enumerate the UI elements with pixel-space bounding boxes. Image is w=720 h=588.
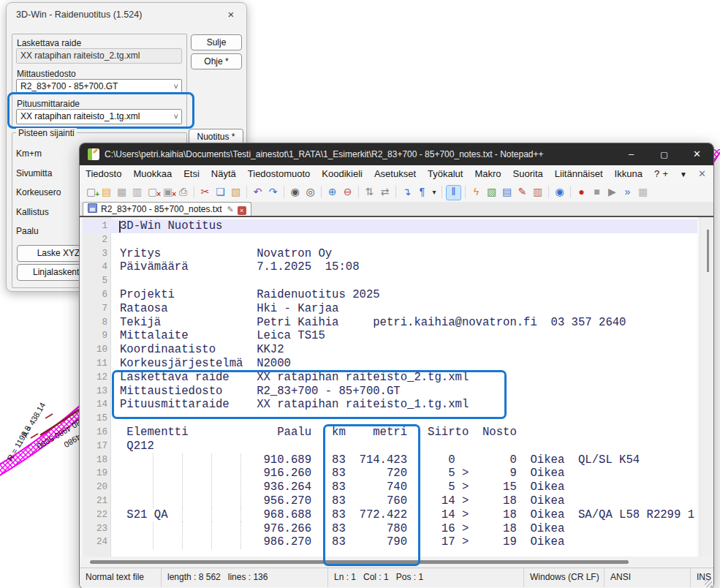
editor-line: 12Laskettava raide XX ratapihan raiteist… [83,371,697,385]
menu-ikkuna[interactable]: Ikkuna [609,165,648,179]
redo-icon[interactable]: ↷ [266,185,280,199]
macro-save-icon[interactable]: ▦ [636,185,650,199]
macro-record-icon[interactable]: ● [575,185,588,199]
status-field-2: Ln : 1 Col : 1 Pos : 1 [328,568,524,587]
point-field-label-paalu: Paalu [16,226,39,236]
editor-area[interactable]: 13D-Win Nuotitus23Yritys Novatron Oy4Päi… [83,217,697,557]
vertical-scrollbar[interactable] [700,217,713,557]
document-map-icon[interactable]: ▧ [485,185,499,199]
line-number: 10 [83,343,111,357]
close-button[interactable]: ✕ [681,143,713,165]
menu-suorita[interactable]: Suorita [507,165,549,179]
menu-etsi[interactable]: Etsi [178,165,205,179]
macro-stop-icon[interactable]: ■ [590,185,604,199]
menu-muokkaa[interactable]: Muokkaa [127,165,178,179]
replace-icon[interactable]: ◎ [303,185,317,199]
folder-workspace-icon[interactable]: ▥ [531,185,545,199]
line-number: 3 [83,247,111,261]
tab-active[interactable]: R2_83+700 - 85+700_notes.txt✎× [83,202,251,216]
line-text: Päivämäärä 7.1.2025 15:08 [111,260,360,274]
file-monitoring-icon[interactable]: ◉ [553,185,566,199]
new-file-icon[interactable]: ▢+ [84,185,98,199]
minimize-button[interactable]: – [615,143,648,165]
line-text: Mittaustiedosto R2_83+700 - 85+700.GT [111,385,401,399]
show-symbols-icon[interactable]: ¶ [415,185,429,199]
pin-icon[interactable]: ✎ [227,205,233,214]
zoom-in-icon[interactable]: ⊕ [325,185,339,199]
line-text: Koordinaatisto KKJ2 [111,343,284,357]
dialog-close-icon[interactable]: × [223,7,239,23]
undo-icon[interactable]: ↶ [251,185,265,199]
print-icon[interactable]: ⎙ [176,185,190,199]
mittaustiedosto-combobox[interactable]: R2_83+700 - 85+700.GT ˅ [16,79,182,94]
document-list-icon[interactable]: ▤ [500,185,514,199]
line-text: Projekti Raidenuotitus 2025 [111,288,380,302]
ohje-button[interactable]: Ohje * [191,53,242,69]
save-all-icon[interactable]: ▥ [130,185,144,199]
toolbar-separator [321,186,322,198]
menu-tiedosto[interactable]: Tiedosto [80,165,127,179]
maximize-button[interactable]: ▢ [648,143,681,165]
find-icon[interactable]: ◉ [288,185,302,199]
menu-koodikieli[interactable]: Koodikieli [316,165,368,179]
paste-icon[interactable]: ▧ [229,185,243,199]
line-number: 23 [83,522,111,536]
zoom-out-icon[interactable]: ⊖ [341,185,355,199]
toolbar-separator [570,186,571,198]
tab-label: R2_83+700 - 85+700_notes.txt [101,204,221,214]
line-text [111,233,120,247]
menu-ty-kalut[interactable]: Työkalut [422,165,469,179]
copy-icon[interactable]: ❏ [213,185,227,199]
menu-makro[interactable]: Makro [469,165,507,179]
line-text: Yritys Novatron Oy [111,247,332,261]
macro-edit-icon[interactable]: ✎ [515,185,529,199]
menu-tiedostomuoto[interactable]: Tiedostomuoto [242,165,317,179]
line-number: 19 [83,467,111,480]
point-field-label-km-m: Km+m [16,148,42,159]
resize-grip[interactable] [705,580,712,587]
menu-n-yt-[interactable]: Näytä [205,165,242,179]
indent-guide-icon[interactable]: ‖ [446,185,461,200]
symbols-dropdown-icon[interactable]: ▾ [431,185,438,199]
horizontal-scrollbar[interactable] [80,557,713,568]
horizontal-scrollbar-thumb[interactable] [90,560,629,564]
sulje-button[interactable]: Sulje [191,34,242,50]
line-text: 976.266 83 780 16 > 18 Oikea [111,522,564,536]
window-titlebar[interactable]: C:\Users\petri.kaihia\Documents\Testi_ai… [80,143,713,165]
macro-play-icon[interactable]: ▶ [605,185,619,199]
indent-guide-line [182,453,183,508]
laskettava-raide-field: XX ratapihan raiteisto_2.tg.xml [16,48,182,64]
macro-run-multi-icon[interactable]: » [621,185,634,199]
close-all-icon[interactable]: ▣× [161,185,175,199]
toolbar-separator [465,186,466,198]
word-wrap-icon[interactable]: ↴ [400,185,414,199]
line-text: Pituusmittaraide XX ratapihan raiteisto_… [111,398,469,412]
editor-line: 22 S21 QA 968.688 83 772.422 14 > 18 Oik… [83,508,697,522]
save-icon[interactable]: ▦ [115,185,129,199]
line-text: 916.260 83 720 5 > 9 Oikea [111,467,564,480]
menu-asetukset[interactable]: Asetukset [368,165,422,179]
cut-icon[interactable]: ✂ [198,185,212,199]
sync-scroll-v-icon[interactable]: ⇅ [363,185,376,199]
menu-bar: TiedostoMuokkaaEtsiNäytäTiedostomuotoKoo… [80,165,713,183]
menu-liit-nn-iset[interactable]: Liitännäiset [549,165,609,179]
tab-new-icon[interactable]: + [662,168,668,179]
line-number: 8 [83,316,111,330]
pituusmittaraide-combobox[interactable]: XX ratapihan raiteisto_1.tg.xml ˅ [16,109,182,124]
indent-guide-line [240,453,241,508]
toolbar-separator [548,186,549,198]
editor-line: 3Yritys Novatron Oy [83,247,697,261]
close-doc-icon[interactable]: ▢× [145,185,159,199]
vertical-scrollbar-thumb[interactable] [707,230,709,272]
dialog-titlebar[interactable]: 3D-Win - Raidenuotitus (1.524) × [7,3,246,26]
function-list-icon[interactable]: ϟ [469,185,483,199]
open-folder-icon[interactable]: ▤ [99,185,113,199]
editor-line: 14Pituusmittaraide XX ratapihan raiteist… [83,398,697,412]
editor-line: 15 [83,412,697,426]
tab-close-icon[interactable]: × [238,206,246,215]
tab-list-icon[interactable]: ▼ [680,170,687,178]
tab-close-icon[interactable]: ✕ [698,168,706,179]
window-title: C:\Users\petri.kaihia\Documents\Testi_ai… [105,149,544,159]
line-text: Korkeusjärjestelmä N2000 [111,357,291,371]
sync-scroll-h-icon[interactable]: ⇄ [378,185,392,199]
